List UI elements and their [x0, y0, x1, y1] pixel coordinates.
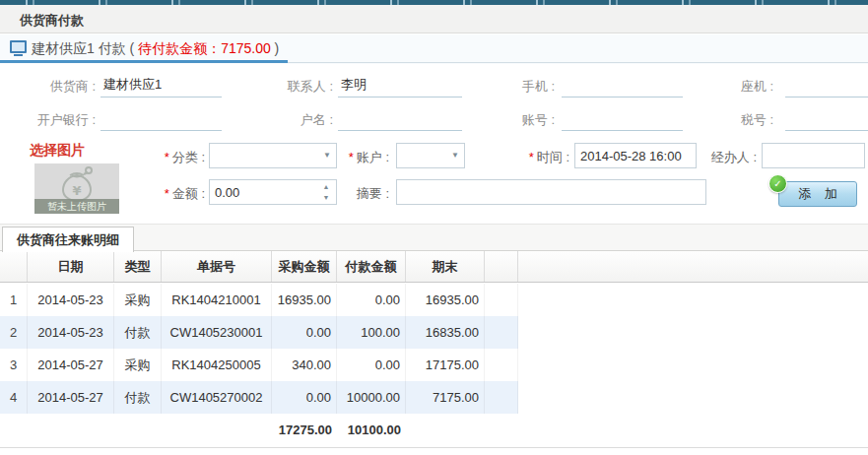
field-label-account-name: 户名: [236, 111, 333, 129]
cell-payment: 10000.00: [337, 381, 406, 414]
time-value: 2014-05-28 16:00: [580, 149, 682, 163]
cell-filler: [485, 381, 518, 414]
col-header-rowno: [0, 251, 28, 282]
field-label-account-no: 账号: [461, 111, 555, 129]
cell-type: 采购: [114, 284, 162, 316]
col-header-balance: 期末: [406, 251, 485, 282]
required-asterisk: *: [349, 150, 354, 164]
svg-text:¥: ¥: [72, 183, 81, 198]
cell-rowno: 2: [0, 316, 28, 349]
bank-field[interactable]: [100, 109, 222, 131]
cell-purchase: 16935.00: [272, 284, 337, 316]
spin-up-icon[interactable]: ▲: [320, 181, 332, 192]
cell-payment: 0.00: [337, 284, 406, 316]
cell-doc-no: RK1404250005: [162, 349, 272, 381]
category-label: *分类: [138, 149, 205, 166]
choose-picture-link[interactable]: 选择图片: [30, 142, 85, 160]
due-amount-text: 待付款金额：7175.00: [138, 40, 271, 56]
cell-rowno: 1: [0, 284, 28, 316]
cell-date: 2014-05-27: [28, 381, 114, 414]
chevron-down-icon[interactable]: ▼: [451, 151, 459, 160]
total-filler: [406, 414, 485, 446]
spin-down-icon[interactable]: ▼: [320, 192, 332, 203]
table-totals-row: 17275.00 10100.00: [0, 414, 518, 446]
no-image-caption: 暂未上传图片: [34, 199, 119, 214]
cell-date: 2014-05-27: [28, 349, 114, 381]
page-header: 建材供应1 付款 ( 待付款金额：7175.00 ): [0, 34, 868, 64]
summary-input[interactable]: [396, 179, 706, 205]
window-tab-bar: 供货商付款: [0, 5, 868, 33]
field-label-contact: 联系人: [236, 78, 333, 96]
cell-balance: 16835.00: [406, 316, 485, 349]
computer-icon: [10, 40, 27, 56]
tab-supplier-payment[interactable]: 供货商付款: [20, 12, 84, 30]
table-row[interactable]: 1 2014-05-23 采购 RK1404210001 16935.00 0.…: [0, 284, 518, 316]
amount-stepper[interactable]: 0.00 ▲▼: [209, 179, 337, 205]
tax-no-field[interactable]: [785, 109, 868, 131]
account-select[interactable]: ▼: [396, 143, 465, 168]
time-input[interactable]: 2014-05-28 16:00: [574, 143, 697, 168]
category-select[interactable]: ▼: [209, 143, 337, 168]
cell-filler: [485, 316, 518, 349]
field-label-landline: 座机: [678, 78, 773, 96]
col-header-doc-no: 单据号: [162, 251, 272, 282]
total-payment: 10100.00: [337, 414, 406, 446]
total-filler: [485, 414, 518, 446]
col-header-rest: [518, 251, 868, 282]
summary-label-text: 摘要: [357, 186, 382, 201]
total-filler: [162, 414, 272, 446]
field-label-tax-no: 税号: [678, 111, 773, 129]
cell-purchase: 0.00: [272, 381, 337, 414]
time-label-text: 时间: [537, 150, 563, 164]
table-header-row: 日期 类型 单据号 采购金额 付款金额 期末: [0, 251, 868, 283]
cell-rowno: 4: [0, 381, 28, 414]
cell-balance: 17175.00: [406, 349, 485, 381]
cell-rowno: 3: [0, 349, 28, 381]
summary-label: 摘要: [333, 185, 389, 203]
add-button[interactable]: 添 加: [778, 181, 857, 207]
active-title-underline: [0, 60, 288, 63]
cell-type: 付款: [114, 316, 162, 349]
cell-balance: 7175.00: [406, 381, 485, 414]
page-title: 建材供应1 付款 ( 待付款金额：7175.00 ): [32, 40, 279, 58]
tab-supplier-ledger-detail[interactable]: 供货商往来账明细: [2, 227, 134, 252]
cell-doc-no: CW1405230001: [162, 316, 272, 349]
col-header-type: 类型: [114, 251, 162, 282]
cell-date: 2014-05-23: [28, 284, 114, 316]
mobile-field[interactable]: [562, 76, 683, 98]
table-row[interactable]: 4 2014-05-27 付款 CW1405270002 0.00 10000.…: [0, 381, 518, 414]
supplier-payment-page: 供货商付款 建材供应1 付款 ( 待付款金额：7175.00 ) 供货商 建材供…: [0, 0, 868, 455]
cell-filler: [485, 284, 518, 316]
page-title-prefix: 建材供应1 付款 (: [32, 40, 138, 56]
required-asterisk: *: [165, 186, 169, 201]
field-label-mobile: 手机: [461, 78, 555, 96]
account-label: *账户: [333, 149, 389, 166]
contact-field[interactable]: 李明: [338, 76, 462, 98]
total-filler: [0, 414, 28, 446]
cell-purchase: 340.00: [272, 349, 337, 381]
stepper-arrows: ▲▼: [320, 181, 332, 203]
table-bottom-divider: [0, 447, 868, 448]
account-label-text: 账户: [357, 150, 382, 164]
cell-payment: 100.00: [337, 316, 406, 349]
total-filler: [114, 414, 162, 446]
page-title-suffix: ): [271, 40, 280, 56]
chevron-down-icon[interactable]: ▼: [323, 151, 331, 160]
account-name-field[interactable]: [338, 109, 462, 131]
col-header-purchase: 采购金额: [272, 251, 337, 282]
required-asterisk: *: [529, 150, 534, 164]
supplier-field[interactable]: 建材供应1: [100, 76, 222, 98]
total-purchase: 17275.00: [272, 414, 337, 446]
table-row[interactable]: 2 2014-05-23 付款 CW1405230001 0.00 100.00…: [0, 316, 518, 349]
table-row[interactable]: 3 2014-05-27 采购 RK1404250005 340.00 0.00…: [0, 349, 518, 381]
operator-input[interactable]: [762, 143, 865, 168]
amount-label: *金额: [138, 185, 205, 203]
account-no-field[interactable]: [562, 109, 683, 131]
col-header-payment: 付款金额: [337, 251, 406, 282]
landline-field[interactable]: [785, 76, 868, 98]
picture-placeholder[interactable]: ¥ 暂未上传图片: [34, 163, 119, 214]
operator-label-text: 经办人: [711, 150, 750, 164]
cell-filler: [485, 349, 518, 381]
cell-purchase: 0.00: [272, 316, 337, 349]
cell-payment: 0.00: [337, 349, 406, 381]
